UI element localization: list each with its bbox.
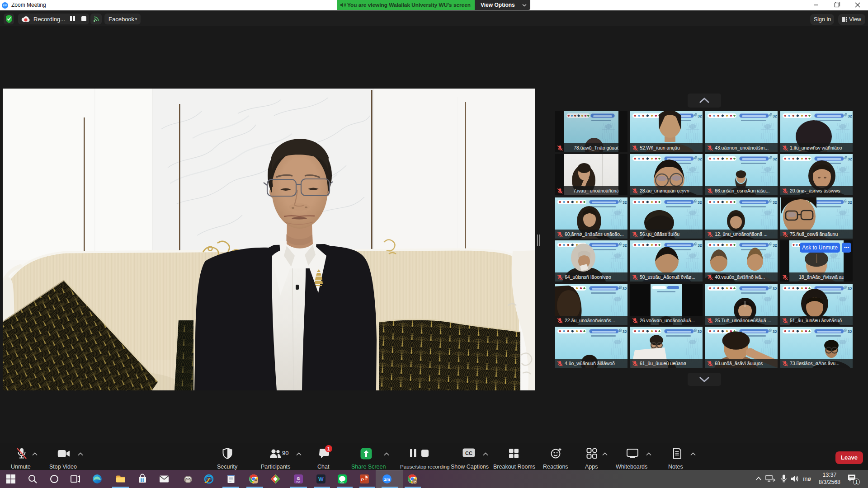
svg-text:32: 32 (773, 114, 777, 118)
svg-text:zm: zm (384, 477, 390, 482)
svg-text:PDF: PDF (296, 480, 301, 483)
svg-text:LINE: LINE (340, 482, 344, 484)
svg-text:W: W (318, 476, 324, 483)
svg-text:CC: CC (465, 450, 472, 456)
svg-text:P: P (361, 477, 364, 482)
svg-text:P: P (414, 480, 416, 484)
